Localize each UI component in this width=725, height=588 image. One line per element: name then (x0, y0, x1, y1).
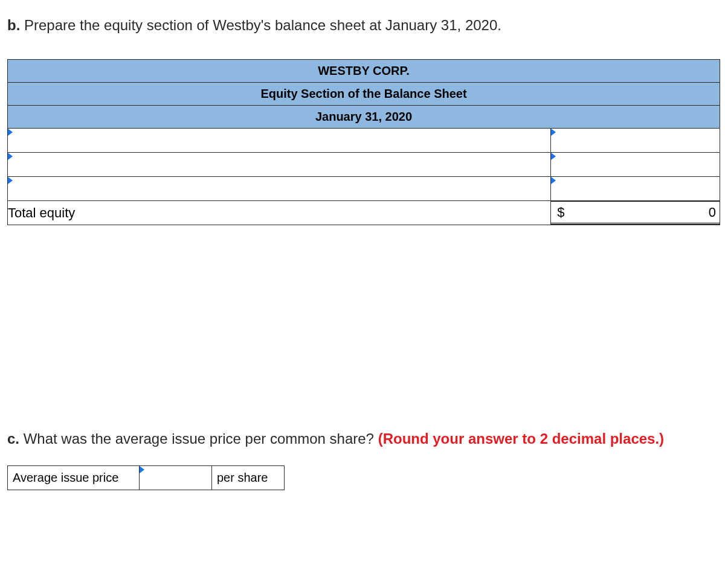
equity-item-dropdown-2[interactable] (8, 153, 551, 177)
question-b-text: Prepare the equity section of Westby's b… (20, 17, 501, 33)
table-header-row: January 31, 2020 (8, 106, 720, 129)
average-issue-price-table: Average issue price per share (7, 465, 285, 490)
question-c-letter: c. (7, 430, 19, 447)
average-issue-price-input[interactable] (140, 466, 211, 490)
equity-item-dropdown-1[interactable] (8, 129, 551, 153)
dropdown-triangle-icon (8, 153, 13, 160)
question-c-hint: (Round your answer to 2 decimal places.) (378, 430, 664, 447)
dropdown-triangle-icon (551, 129, 556, 136)
dropdown-triangle-icon (140, 466, 144, 473)
equity-input-row (8, 153, 720, 177)
equity-item-input-3[interactable] (8, 179, 550, 198)
dropdown-triangle-icon (551, 153, 556, 160)
question-b-letter: b. (7, 17, 20, 33)
dropdown-triangle-icon (551, 177, 556, 184)
equity-item-input-2[interactable] (8, 155, 550, 174)
table-header-row: Equity Section of the Balance Sheet (8, 83, 720, 106)
total-equity-label: Total equity (8, 201, 551, 225)
equity-amount-input-1[interactable] (551, 131, 720, 150)
dropdown-triangle-icon (8, 177, 13, 184)
equity-section-table: WESTBY CORP. Equity Section of the Balan… (7, 59, 720, 225)
question-c-prompt: c. What was the average issue price per … (7, 430, 718, 447)
equity-amount-input-3[interactable] (551, 179, 720, 198)
company-header: WESTBY CORP. (8, 60, 720, 83)
equity-amount-input-2[interactable] (551, 155, 720, 174)
equity-input-row (8, 129, 720, 153)
average-issue-price-label: Average issue price (8, 466, 140, 490)
equity-input-row (8, 177, 720, 201)
question-b-prompt: b. Prepare the equity section of Westby'… (7, 17, 718, 34)
table-header-row: WESTBY CORP. (8, 60, 720, 83)
date-header: January 31, 2020 (8, 106, 720, 129)
currency-symbol: $ (553, 205, 564, 220)
dropdown-triangle-icon (8, 129, 13, 136)
total-equity-amount-cell: $ 0 (551, 201, 720, 225)
equity-amount-dropdown-3[interactable] (551, 177, 720, 201)
total-equity-value: 0 (709, 205, 717, 220)
average-issue-price-dropdown[interactable] (140, 466, 212, 490)
equity-item-input-1[interactable] (8, 131, 550, 150)
total-equity-row: Total equity $ 0 (8, 201, 720, 225)
question-c-text: What was the average issue price per com… (19, 430, 378, 447)
section-header: Equity Section of the Balance Sheet (8, 83, 720, 106)
equity-amount-dropdown-2[interactable] (551, 153, 720, 177)
equity-item-dropdown-3[interactable] (8, 177, 551, 201)
per-share-label: per share (212, 466, 285, 490)
equity-amount-dropdown-1[interactable] (551, 129, 720, 153)
